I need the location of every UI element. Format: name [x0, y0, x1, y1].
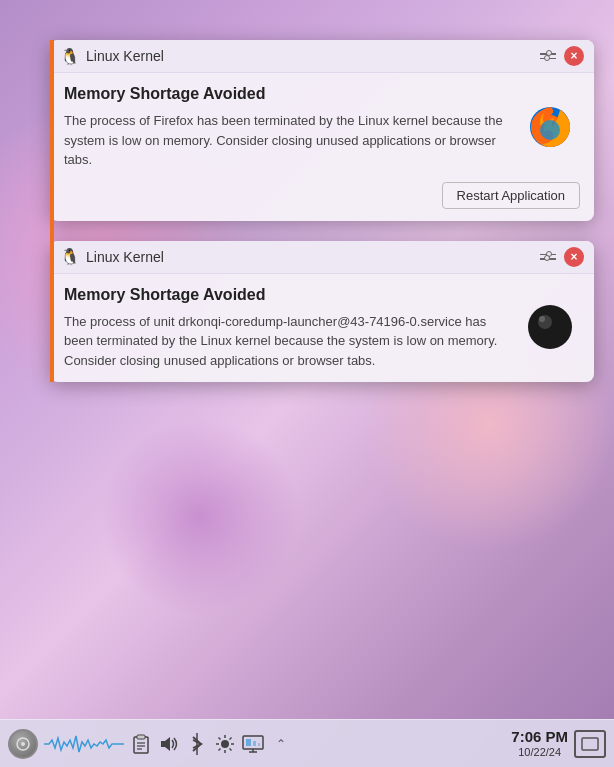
notification-title-2: Memory Shortage Avoided [64, 286, 508, 304]
notification-content-2: Memory Shortage Avoided The process of u… [64, 286, 508, 371]
svg-point-2 [528, 305, 572, 349]
svg-rect-8 [137, 735, 145, 739]
brightness-svg [215, 734, 235, 754]
bluetooth-icon[interactable] [186, 733, 208, 755]
firefox-svg-icon [523, 100, 578, 155]
svg-rect-27 [253, 741, 256, 746]
network-icon[interactable] [242, 733, 264, 755]
header-left-1: 🐧 Linux Kernel [60, 47, 164, 66]
notification-body-1: Memory Shortage Avoided The process of F… [50, 73, 594, 182]
clipboard-svg [132, 734, 150, 754]
network-svg [242, 735, 264, 753]
orange-accent-2 [50, 241, 54, 383]
svg-point-14 [221, 740, 229, 748]
screen-button[interactable] [574, 730, 606, 758]
system-tray-chevron[interactable]: ⌃ [270, 733, 292, 755]
notification-content-1: Memory Shortage Avoided The process of F… [64, 85, 508, 170]
waveform-icon [44, 730, 124, 758]
settings-icon-1[interactable] [540, 53, 556, 59]
volume-icon[interactable] [158, 733, 180, 755]
notification-icon-2 [520, 286, 580, 371]
header-right-1: × [540, 46, 584, 66]
tux-icon-1: 🐧 [60, 47, 80, 66]
notification-body-2: Memory Shortage Avoided The process of u… [50, 274, 594, 383]
header-right-2: × [540, 247, 584, 267]
notification-card-1: 🐧 Linux Kernel × Memory Shortage Avoided… [50, 40, 594, 221]
svg-rect-29 [582, 738, 598, 750]
svg-line-19 [219, 737, 221, 739]
taskbar-orb[interactable] [8, 729, 38, 759]
notification-header-1: 🐧 Linux Kernel × [50, 40, 594, 73]
settings-icon-2[interactable] [540, 254, 556, 260]
notifications-container: 🐧 Linux Kernel × Memory Shortage Avoided… [50, 40, 594, 382]
svg-rect-28 [258, 743, 260, 746]
app-title-1: Linux Kernel [86, 48, 164, 64]
screen-svg [581, 737, 599, 751]
svg-line-20 [230, 748, 232, 750]
close-button-1[interactable]: × [564, 46, 584, 66]
volume-svg [159, 735, 179, 753]
notification-card-2: 🐧 Linux Kernel × Memory Shortage Avoided… [50, 241, 594, 383]
svg-point-6 [21, 742, 25, 746]
svg-line-21 [219, 748, 221, 750]
notification-message-1: The process of Firefox has been terminat… [64, 111, 508, 170]
bluetooth-svg [190, 733, 204, 755]
tux-icon-2: 🐧 [60, 247, 80, 266]
svg-point-1 [540, 120, 560, 140]
notification-icon-1 [520, 85, 580, 170]
svg-line-22 [230, 737, 232, 739]
svg-rect-26 [246, 739, 251, 746]
header-left-2: 🐧 Linux Kernel [60, 247, 164, 266]
taskbar: ⌃ 7:06 PM 10/22/24 [0, 719, 614, 767]
app-title-2: Linux Kernel [86, 249, 164, 265]
svg-point-4 [539, 316, 545, 322]
svg-marker-12 [161, 737, 170, 751]
notification-message-2: The process of unit drkonqi-coredump-lau… [64, 312, 508, 371]
notification-title-1: Memory Shortage Avoided [64, 85, 508, 103]
brightness-icon[interactable] [214, 733, 236, 755]
clock-time: 7:06 PM [511, 728, 568, 746]
clipboard-icon[interactable] [130, 733, 152, 755]
clock-date: 10/22/24 [518, 746, 561, 759]
bg-blob-3 [100, 417, 300, 617]
drkonqi-svg-icon [523, 300, 578, 355]
orb-icon [15, 736, 31, 752]
restart-application-button[interactable]: Restart Application [442, 182, 580, 209]
notification-header-2: 🐧 Linux Kernel × [50, 241, 594, 274]
notification-actions-1: Restart Application [50, 182, 594, 221]
close-button-2[interactable]: × [564, 247, 584, 267]
taskbar-clock[interactable]: 7:06 PM 10/22/24 [511, 728, 568, 759]
